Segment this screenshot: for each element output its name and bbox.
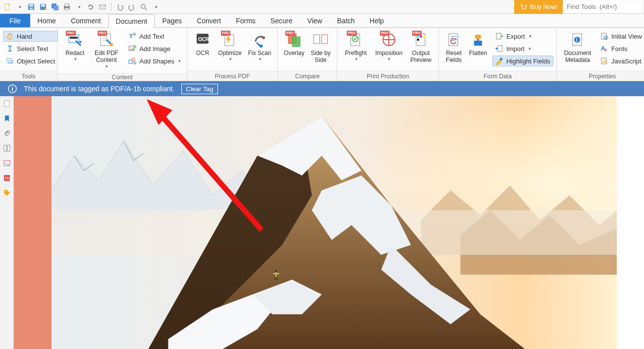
sidebar-bookmarks-icon[interactable] bbox=[2, 114, 11, 123]
zoom-icon[interactable] bbox=[138, 1, 149, 12]
quick-access-toolbar: ▾ ▾ ▾ Buy Now! bbox=[0, 0, 644, 14]
sidebar-security-icon[interactable]: PDF bbox=[2, 174, 11, 182]
document-canvas[interactable] bbox=[14, 96, 644, 349]
sidebar-signatures-icon[interactable] bbox=[2, 159, 11, 168]
add-shapes-label: Add Shapes bbox=[139, 58, 174, 65]
tab-convert[interactable]: Convert bbox=[189, 14, 228, 27]
optimize-label: Optimize bbox=[218, 50, 241, 57]
info-icon bbox=[8, 84, 17, 93]
side-by-side-icon bbox=[313, 32, 328, 48]
output-preview-label: Output Preview bbox=[407, 50, 434, 64]
ocr-label: OCR bbox=[196, 50, 210, 57]
highlight-fields-button[interactable]: Highlight Fields bbox=[492, 56, 553, 66]
save-as-icon[interactable] bbox=[38, 1, 49, 12]
tab-home[interactable]: Home bbox=[30, 14, 63, 27]
output-preview-icon: PRO bbox=[413, 32, 429, 48]
highlighter-icon bbox=[495, 57, 503, 65]
svg-point-33 bbox=[262, 36, 265, 39]
sidebar-pages-icon[interactable] bbox=[2, 99, 11, 108]
edit-pdf-button[interactable]: PRO Edit PDF Content▾ bbox=[90, 30, 123, 71]
optimize-button[interactable]: PRO Optimize▾ bbox=[215, 30, 245, 64]
redact-button[interactable]: PRO Redact▾ bbox=[60, 30, 90, 64]
initial-view-button[interactable]: Initial View bbox=[597, 31, 644, 42]
select-text-tool[interactable]: Select Text bbox=[3, 43, 58, 54]
svg-rect-10 bbox=[65, 8, 69, 10]
group-compare: PRO Overlay Side by Side Compare bbox=[278, 28, 337, 81]
add-text-button[interactable]: T Add Text bbox=[125, 31, 184, 42]
sidebar-tags-icon[interactable] bbox=[2, 188, 11, 197]
object-select-tool[interactable]: Object Select bbox=[3, 56, 58, 66]
print-dropdown-icon[interactable]: ▾ bbox=[73, 1, 84, 12]
imposition-icon: PRO bbox=[381, 32, 397, 48]
svg-point-75 bbox=[5, 191, 6, 192]
tab-pages[interactable]: Pages bbox=[155, 14, 189, 27]
highlight-fields-label: Highlight Fields bbox=[506, 58, 550, 65]
sidebar-attachments-icon[interactable] bbox=[2, 129, 11, 138]
export-button[interactable]: Export▾ bbox=[492, 31, 553, 42]
qat-menu-dropdown-icon[interactable]: ▾ bbox=[14, 1, 25, 12]
tab-view[interactable]: View bbox=[300, 14, 329, 27]
group-content: PRO Redact▾ PRO Edit PDF Content▾ T Add … bbox=[57, 28, 187, 81]
save-all-icon[interactable] bbox=[50, 1, 60, 12]
export-icon bbox=[495, 32, 503, 40]
fonts-icon: Aa bbox=[600, 45, 608, 53]
svg-rect-50 bbox=[474, 41, 482, 46]
import-button[interactable]: Import▾ bbox=[492, 43, 553, 54]
reset-fields-label: Reset Fields bbox=[443, 50, 465, 64]
svg-rect-71 bbox=[7, 145, 10, 151]
svg-text:PDF: PDF bbox=[5, 176, 11, 180]
add-text-icon: T bbox=[128, 32, 136, 40]
svg-rect-37 bbox=[314, 35, 320, 44]
tab-comment[interactable]: Comment bbox=[63, 14, 108, 27]
reset-fields-button[interactable]: Reset Fields bbox=[442, 30, 466, 66]
undo-icon[interactable] bbox=[114, 1, 125, 12]
tab-batch[interactable]: Batch bbox=[329, 14, 362, 27]
import-label: Import bbox=[506, 45, 525, 53]
print-icon[interactable] bbox=[61, 1, 72, 12]
redo-icon[interactable] bbox=[126, 1, 137, 12]
side-by-side-button[interactable]: Side by Side bbox=[308, 30, 334, 66]
tab-help[interactable]: Help bbox=[362, 14, 391, 27]
tab-forms[interactable]: Forms bbox=[228, 14, 263, 27]
tab-file[interactable]: File bbox=[0, 14, 30, 27]
save-icon[interactable] bbox=[26, 1, 37, 12]
hand-tool[interactable]: Hand bbox=[3, 31, 58, 42]
initial-view-label: Initial View bbox=[611, 33, 642, 40]
svg-text:JS: JS bbox=[602, 59, 607, 64]
svg-text:T: T bbox=[129, 33, 133, 39]
add-shapes-button[interactable]: Add Shapes▾ bbox=[125, 56, 184, 66]
group-tools: Hand Select Text Object Select Tools bbox=[0, 28, 57, 81]
find-tools-input[interactable] bbox=[563, 0, 642, 13]
sidebar-thumbnails-icon[interactable] bbox=[2, 144, 11, 153]
tab-document[interactable]: Document bbox=[108, 14, 155, 28]
flatten-button[interactable]: Flatten bbox=[466, 30, 490, 58]
fix-scan-button[interactable]: Fix Scan▾ bbox=[245, 30, 274, 64]
imposition-button[interactable]: PRO Imposition▾ bbox=[372, 30, 407, 64]
page-left-margin bbox=[14, 96, 52, 349]
cart-icon bbox=[519, 3, 527, 11]
zoom-dropdown-icon[interactable]: ▾ bbox=[150, 1, 161, 12]
buy-now-button[interactable]: Buy Now! bbox=[514, 0, 563, 14]
output-preview-button[interactable]: PRO Output Preview bbox=[406, 30, 435, 66]
svg-rect-5 bbox=[41, 4, 45, 6]
group-process-pdf: OCR OCR PRO Optimize▾ Fix Scan▾ Process … bbox=[187, 28, 278, 81]
qat-right: Buy Now! bbox=[514, 0, 642, 14]
tab-secure[interactable]: Secure bbox=[263, 14, 300, 27]
select-text-label: Select Text bbox=[17, 45, 48, 53]
preflight-button[interactable]: PRO Preflight▾ bbox=[340, 30, 372, 64]
imposition-label: Imposition bbox=[376, 50, 403, 57]
ocr-button[interactable]: OCR OCR bbox=[190, 30, 215, 58]
clear-tag-button[interactable]: Clear Tag bbox=[181, 84, 217, 94]
svg-text:i: i bbox=[576, 37, 578, 43]
doc-metadata-button[interactable]: i Document Metadata bbox=[560, 30, 595, 66]
page-image bbox=[52, 96, 617, 349]
add-image-button[interactable]: Add Image bbox=[125, 43, 184, 54]
svg-point-61 bbox=[605, 37, 607, 39]
overlay-button[interactable]: PRO Overlay bbox=[281, 30, 308, 58]
javascript-button[interactable]: JS JavaScript bbox=[597, 56, 644, 66]
new-doc-icon[interactable] bbox=[2, 1, 13, 12]
email-icon[interactable] bbox=[97, 1, 108, 12]
svg-rect-45 bbox=[417, 36, 419, 38]
fonts-button[interactable]: Aa Fonts bbox=[597, 43, 644, 54]
revert-icon[interactable] bbox=[85, 1, 96, 12]
